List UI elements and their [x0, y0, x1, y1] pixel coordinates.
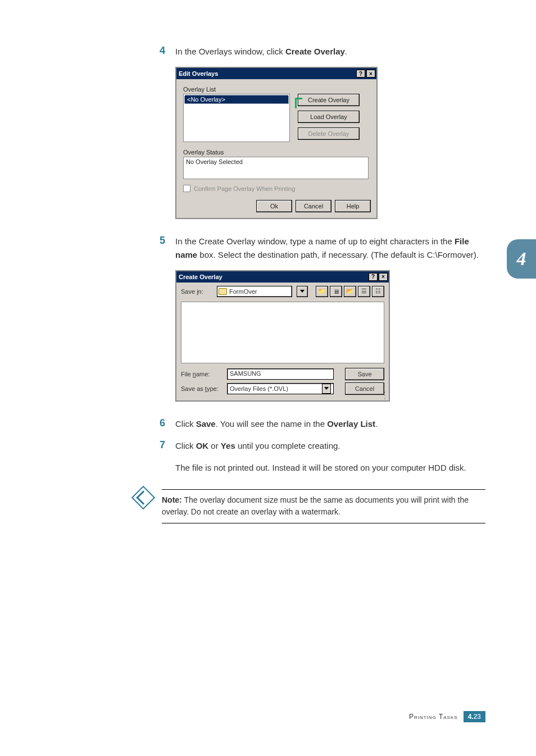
step-text: In the Create Overlay window, type a nam… [175, 235, 485, 261]
page-content: 4 In the Overlays window, click Create O… [0, 0, 536, 527]
step-6: 6 Click Save. You will see the name in t… [157, 417, 485, 430]
overlay-status-label: Overlay Status [183, 149, 371, 156]
chevron-down-icon [324, 387, 329, 390]
up-folder-icon[interactable]: 📁 [316, 286, 328, 297]
step-number: 4 [157, 45, 165, 58]
footer-section-label: Printing Tasks [409, 713, 458, 721]
ul: i [197, 288, 198, 295]
help-icon[interactable]: ? [369, 273, 378, 281]
cancel-button[interactable]: Cancel [345, 382, 384, 395]
step-number: 5 [157, 235, 165, 261]
dropdown-button[interactable] [322, 384, 331, 394]
close-icon[interactable]: × [366, 70, 375, 78]
dialog-title: Edit Overlays [179, 70, 218, 77]
ok-button[interactable]: Ok [256, 200, 292, 212]
t: box. Select the destination path, if nec… [197, 250, 479, 259]
dialog-title: Create Overlay [179, 274, 222, 280]
ul: S [357, 371, 361, 377]
note-label: Note: [162, 495, 182, 504]
overlay-status-box: No Overlay Selected [183, 157, 369, 179]
ul: n [193, 371, 196, 377]
ul: t [205, 385, 207, 392]
chevron-down-icon [300, 290, 305, 293]
delete-overlay-button[interactable]: Delete Overlay [298, 127, 360, 140]
overlay-listbox[interactable]: <No Overlay> [183, 94, 290, 142]
step-7-para: The file is not printed out. Instead it … [175, 461, 485, 474]
file-name-label: File name: [181, 371, 221, 377]
thumb-tab: 4 [507, 239, 536, 279]
details-view-icon[interactable]: ☷ [372, 286, 384, 297]
save-in-value: FormOver [229, 288, 257, 295]
t-bold: Overlay List [327, 419, 375, 429]
step-7: 7 Click OK or Yes until you complete cre… [157, 439, 485, 452]
t-bold: OK [196, 441, 209, 450]
confirm-overlay-row: Confirm Page Overlay When Printing [183, 185, 371, 192]
t: In the Overlays window, click [175, 47, 285, 56]
save-in-label: Save in: [181, 288, 212, 295]
footer-chapter: 4. [468, 713, 474, 721]
divider [162, 523, 485, 523]
t: In the Create Overlay window, type a nam… [175, 236, 455, 246]
note-body: The overlay document size must be the sa… [162, 495, 469, 517]
edit-overlays-dialog: Edit Overlays ? × Overlay List <No Overl… [175, 67, 378, 219]
list-item[interactable]: <No Overlay> [184, 95, 289, 104]
create-overlay-dialog: Create Overlay ? × Save in: FormOver 📁 🖥… [175, 270, 390, 402]
t: Click [175, 419, 196, 429]
t: or [208, 441, 221, 450]
save-in-combo[interactable]: FormOver [217, 286, 292, 297]
help-icon[interactable]: ? [356, 70, 365, 78]
save-button[interactable]: Save [345, 368, 384, 380]
step-text: Click Save. You will see the name in the… [175, 417, 485, 430]
step-4: 4 In the Overlays window, click Create O… [157, 45, 485, 58]
folder-icon [219, 288, 227, 295]
save-type-combo[interactable]: Overlay Files (*.OVL) [227, 383, 334, 394]
desktop-icon[interactable]: 🖥 [330, 286, 342, 297]
t-bold: Yes [221, 441, 235, 450]
help-button[interactable]: Help [335, 200, 371, 212]
confirm-overlay-checkbox[interactable] [183, 185, 190, 192]
t-bold: Create Overlay [285, 47, 345, 56]
t: . You will see the name in the [216, 419, 327, 429]
step-number: 6 [157, 417, 165, 430]
file-list-area[interactable] [181, 302, 384, 363]
new-folder-icon[interactable]: 📂 [344, 286, 356, 297]
footer-page: 23 [474, 713, 481, 721]
step-number: 7 [157, 439, 165, 452]
dialog-titlebar: Edit Overlays ? × [176, 68, 376, 79]
dropdown-button[interactable] [297, 286, 308, 297]
cancel-button[interactable]: Cancel [296, 200, 331, 212]
list-view-icon[interactable]: ☰ [358, 286, 370, 297]
create-overlay-button[interactable]: Create Overlay [298, 94, 360, 106]
t: . [345, 47, 347, 56]
note-icon [131, 485, 155, 509]
t: Click [175, 441, 196, 450]
t-bold: Save [196, 419, 216, 429]
save-type-label: Save as type: [181, 385, 221, 392]
step-text: Click OK or Yes until you complete creat… [175, 439, 485, 452]
load-overlay-button[interactable]: Load Overlay [298, 111, 360, 123]
note-text: Note: The overlay document size must be … [162, 493, 485, 520]
step-5: 5 In the Create Overlay window, type a n… [157, 235, 485, 261]
footer-page-badge: 4.23 [464, 711, 485, 722]
status-text: No Overlay Selected [186, 158, 243, 165]
save-type-value: Overlay Files (*.OVL) [230, 385, 288, 392]
t: until you complete creating. [235, 441, 340, 450]
step-text: In the Overlays window, click Create Ove… [175, 45, 485, 58]
page-footer: Printing Tasks 4.23 [409, 711, 485, 722]
divider [162, 489, 485, 490]
t: . [375, 419, 378, 429]
overlay-list-label: Overlay List [183, 86, 371, 93]
close-icon[interactable]: × [379, 273, 388, 281]
confirm-overlay-label: Confirm Page Overlay When Printing [194, 185, 295, 192]
dialog-titlebar: Create Overlay ? × [176, 271, 389, 283]
file-name-input[interactable]: SAMSUNG [227, 368, 334, 380]
